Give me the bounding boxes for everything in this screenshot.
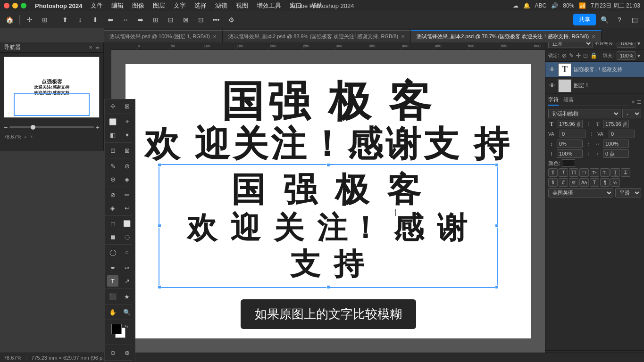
- zoom-out-icon[interactable]: −: [4, 123, 8, 131]
- tab-1[interactable]: 测试笔锋效果.psd @ 100% (图层 1, RGB/8) ✕: [104, 30, 223, 42]
- handle-ml[interactable]: [158, 224, 161, 228]
- language-select[interactable]: 美国英语: [548, 188, 613, 197]
- quick-mask-off[interactable]: ⊙: [107, 347, 118, 358]
- align-vcenter[interactable]: ↕: [74, 14, 87, 26]
- menu-image[interactable]: 图像: [128, 0, 148, 11]
- search-button[interactable]: 🔍: [598, 14, 611, 26]
- menu-text[interactable]: 文字: [170, 0, 190, 11]
- style-strikethrough[interactable]: T: [621, 168, 630, 177]
- style-frac2[interactable]: ½: [611, 178, 620, 187]
- close-button[interactable]: [4, 3, 9, 8]
- more-options[interactable]: •••: [209, 14, 223, 26]
- style-allcaps[interactable]: TT: [569, 168, 578, 177]
- handle-br[interactable]: [495, 285, 499, 289]
- tab-2-close[interactable]: ✕: [401, 34, 405, 39]
- tab-1-close[interactable]: ✕: [213, 34, 217, 39]
- share-button[interactable]: 共享: [573, 14, 596, 25]
- lasso-tool[interactable]: ⌖: [121, 116, 133, 127]
- fill-input[interactable]: 100%: [617, 51, 636, 60]
- eyedropper-tool[interactable]: ✎: [107, 160, 118, 172]
- quick-mask-on[interactable]: ⊕: [121, 347, 133, 358]
- style-italic[interactable]: T: [559, 168, 568, 177]
- align-hcenter[interactable]: ↔: [119, 14, 132, 26]
- font-size2-input[interactable]: [603, 120, 629, 128]
- navigator-menu[interactable]: ☰: [95, 45, 100, 50]
- scale-h-input[interactable]: [603, 140, 629, 148]
- dodge-tool[interactable]: ○: [121, 247, 133, 258]
- menu-view[interactable]: 视图: [232, 0, 252, 11]
- style-orn[interactable]: Aa: [579, 178, 589, 187]
- tab-3-close[interactable]: ✕: [592, 34, 595, 39]
- artboard-tool[interactable]: ⊠: [121, 100, 133, 112]
- brush-tool[interactable]: ⊘: [107, 189, 118, 200]
- lock-all-icon[interactable]: 🔒: [590, 52, 597, 59]
- distribute-h[interactable]: ⊞: [149, 14, 162, 26]
- lock-artboard-icon[interactable]: ⊡: [583, 52, 588, 59]
- handle-mr[interactable]: [495, 224, 499, 228]
- app-name[interactable]: Photoshop 2024: [31, 1, 86, 10]
- path-select-tool[interactable]: ↗: [121, 275, 133, 287]
- scale-v-input[interactable]: [557, 140, 583, 148]
- ruler-tool[interactable]: ⊘: [121, 160, 133, 172]
- text-tool[interactable]: T: [107, 275, 118, 287]
- tab-2[interactable]: 测试笔锋效果_副本2.psd @ 88.9% (国强极客 欢迎关注! 感谢支持,…: [223, 30, 411, 42]
- zoom-tool[interactable]: 🔍: [121, 306, 133, 318]
- distribute-v2[interactable]: ⊡: [194, 14, 208, 26]
- pencil-tool[interactable]: ✏: [121, 189, 133, 200]
- layer-vis-1[interactable]: 👁: [548, 82, 556, 89]
- menu-select[interactable]: 选择: [191, 0, 210, 11]
- align-top[interactable]: ⬆: [59, 14, 72, 26]
- lock-transparent-icon[interactable]: ⊘: [562, 52, 567, 59]
- handle-bm[interactable]: [326, 285, 330, 289]
- handle-tm[interactable]: [326, 163, 330, 167]
- font-size1-input[interactable]: [557, 120, 583, 128]
- style-old-fig[interactable]: ¶: [600, 178, 610, 187]
- layout-icon[interactable]: ⊞: [38, 14, 51, 26]
- shape-tool[interactable]: ⬛: [107, 291, 118, 302]
- help-button[interactable]: ?: [613, 14, 626, 26]
- char-tab-char[interactable]: 字符: [548, 96, 559, 106]
- swap-colors-icon[interactable]: ⇆: [125, 324, 128, 329]
- minimize-button[interactable]: [12, 3, 18, 8]
- menu-plugins[interactable]: 增效工具: [253, 0, 285, 11]
- style-underline[interactable]: T: [611, 168, 620, 177]
- zoom-slider[interactable]: [9, 126, 94, 128]
- layer-item-text[interactable]: 👁 T 国强极客...! 感谢支持: [545, 62, 644, 78]
- handle-tl[interactable]: [158, 163, 161, 167]
- align-bottom[interactable]: ⬇: [89, 14, 102, 26]
- distribute-h2[interactable]: ⊠: [179, 14, 192, 26]
- bg-eraser-tool[interactable]: ⬜: [121, 218, 133, 229]
- char-tab-para[interactable]: 段落: [563, 96, 574, 106]
- freeform-pen-tool[interactable]: ✑: [121, 262, 133, 273]
- object-select-tool[interactable]: ◧: [107, 129, 118, 140]
- notifications-icon[interactable]: 🔔: [523, 2, 530, 9]
- move-tool-opt[interactable]: ✢: [23, 14, 36, 26]
- style-disc-liga[interactable]: fi: [559, 178, 568, 187]
- char-panel-close[interactable]: ✕: [631, 99, 635, 105]
- menu-filter[interactable]: 滤镜: [211, 0, 231, 11]
- scale-v2-input[interactable]: [557, 149, 583, 158]
- lock-position-icon[interactable]: ✢: [576, 52, 581, 59]
- paint-bucket-tool[interactable]: ◌: [121, 231, 133, 242]
- home-button[interactable]: 🏠: [3, 14, 16, 26]
- handle-bl[interactable]: [158, 285, 161, 289]
- baseline-input[interactable]: [603, 149, 629, 158]
- hand-tool[interactable]: ✋: [107, 306, 118, 318]
- distribute-v[interactable]: ⊟: [164, 14, 177, 26]
- align-right[interactable]: ➡: [134, 14, 147, 26]
- style-bold[interactable]: T: [548, 168, 558, 177]
- tab-3[interactable]: 测试笔锋效果_副本2.psd @ 78.7% (国强极客 欢迎关注！感谢支持, …: [411, 30, 602, 42]
- crop-tool[interactable]: ⊡: [107, 145, 118, 156]
- font-family-select[interactable]: 孙远和酷楷: [548, 109, 620, 118]
- color-swatches[interactable]: ⇆: [111, 324, 128, 341]
- menu-edit[interactable]: 编辑: [108, 0, 127, 11]
- style-super[interactable]: T+: [590, 168, 599, 177]
- volume-icon[interactable]: 🔊: [551, 2, 558, 9]
- layer-item-1[interactable]: 👁 图层 1: [545, 78, 644, 94]
- style-liga[interactable]: fi: [548, 178, 558, 187]
- style-frac[interactable]: T: [590, 178, 599, 187]
- rect-marquee-tool[interactable]: ⬜: [107, 116, 118, 127]
- pen-tool[interactable]: ✒: [107, 262, 118, 273]
- layer-vis-text[interactable]: 👁: [548, 66, 556, 73]
- maximize-button[interactable]: [21, 3, 26, 8]
